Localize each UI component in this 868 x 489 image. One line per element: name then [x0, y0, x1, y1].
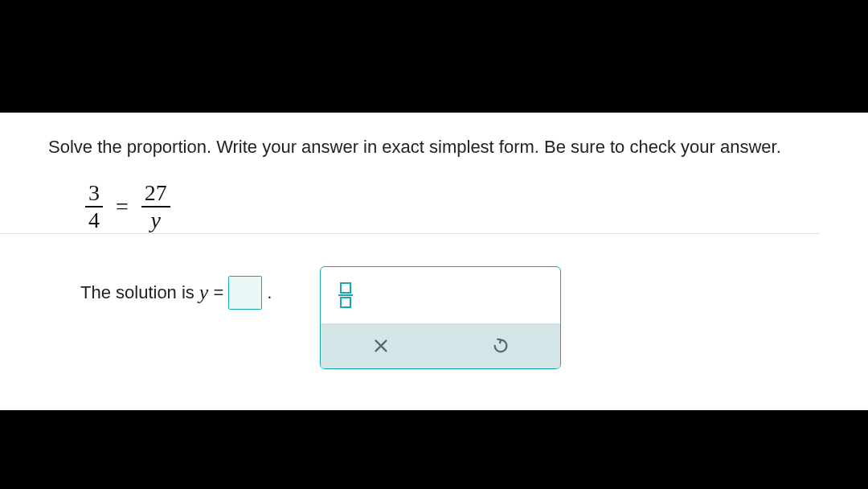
- fraction-icon-bottom: [340, 297, 351, 308]
- answer-section: The solution is y = .: [0, 233, 820, 369]
- fraction-left-denominator: 4: [85, 208, 103, 233]
- answer-input[interactable]: [228, 276, 262, 310]
- tool-panel-bottom: [321, 323, 560, 368]
- close-icon: [372, 337, 390, 355]
- fraction-right-numerator: 27: [141, 180, 170, 206]
- proportion-equation: 3 4 = 27 y: [80, 180, 820, 233]
- letterbox-top: [0, 0, 868, 113]
- solution-variable: y: [199, 281, 209, 305]
- instruction-text: Solve the proportion. Write your answer …: [48, 137, 820, 158]
- equals-sign: =: [116, 194, 129, 220]
- solution-line: The solution is y = .: [48, 276, 272, 310]
- fraction-right: 27 y: [141, 180, 170, 233]
- solution-equals: =: [213, 282, 223, 303]
- fraction-left-numerator: 3: [85, 180, 103, 206]
- fraction-tool-button[interactable]: [338, 281, 353, 309]
- math-tool-panel: [320, 266, 561, 369]
- content-area: Solve the proportion. Write your answer …: [0, 113, 868, 410]
- undo-icon: [492, 337, 510, 355]
- fraction-icon-top: [340, 282, 351, 294]
- fraction-right-denominator: y: [148, 208, 164, 233]
- undo-button[interactable]: [441, 323, 561, 368]
- tool-panel-top: [321, 267, 560, 323]
- fraction-left: 3 4: [85, 180, 103, 233]
- clear-button[interactable]: [321, 323, 440, 368]
- fraction-icon-bar: [338, 294, 353, 296]
- solution-period: .: [267, 282, 272, 303]
- solution-prefix: The solution is: [80, 282, 194, 303]
- letterbox-bottom: [0, 410, 868, 489]
